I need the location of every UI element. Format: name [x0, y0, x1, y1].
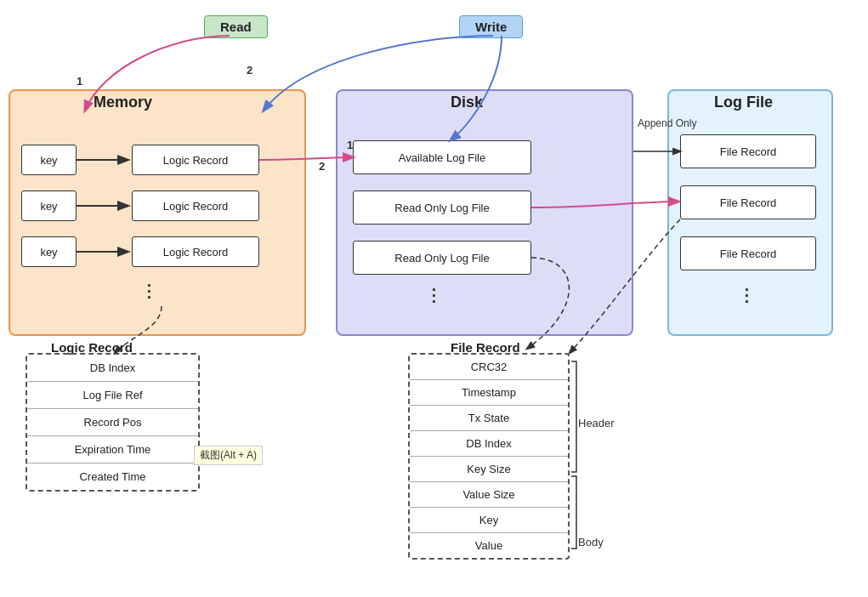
body-label: Body: [578, 536, 604, 549]
lf-fr2: File Record: [680, 185, 816, 219]
file-record-detail: CRC32 Timestamp Tx State DB Index Key Si…: [408, 353, 570, 560]
mem-key-1: key: [21, 145, 77, 175]
lr-row-1: Log File Ref: [27, 382, 198, 409]
svg-text:2: 2: [319, 160, 325, 173]
disk-dots: ⋮: [425, 285, 442, 305]
mem-lr-1: Logic Record: [132, 145, 259, 175]
lr-row-3: Expiration Time: [27, 436, 198, 463]
screenshot-tooltip: 截图(Alt + A): [194, 446, 263, 465]
read-label: Read: [204, 15, 268, 38]
disk-ro1: Read Only Log File: [353, 190, 531, 225]
append-only-label: Append Only: [638, 117, 696, 129]
fr-row-4: Key Size: [410, 457, 568, 482]
lf-fr3: File Record: [680, 236, 816, 270]
logfile-dots: ⋮: [738, 285, 755, 305]
mem-key-3: key: [21, 236, 77, 267]
mem-lr-2: Logic Record: [132, 190, 259, 221]
header-label: Header: [578, 417, 615, 429]
logic-record-detail: DB Index Log File Ref Record Pos Expirat…: [26, 353, 200, 492]
fr-row-7: Value: [410, 533, 568, 558]
write-label: Write: [459, 15, 523, 38]
lr-row-0: DB Index: [27, 355, 198, 382]
logfile-title: Log File: [714, 94, 773, 111]
mem-key-2: key: [21, 190, 77, 221]
fr-row-5: Value Size: [410, 482, 568, 508]
lf-fr1: File Record: [680, 134, 816, 168]
fr-row-3: DB Index: [410, 431, 568, 457]
memory-title: Memory: [94, 94, 152, 111]
disk-title: Disk: [451, 94, 483, 111]
lr-row-2: Record Pos: [27, 409, 198, 436]
svg-text:2: 2: [247, 64, 252, 77]
svg-text:1: 1: [77, 75, 82, 88]
fr-row-1: Timestamp: [410, 380, 568, 406]
disk-ro2: Read Only Log File: [353, 241, 531, 275]
fr-row-0: CRC32: [410, 355, 568, 380]
lr-row-4: Created Time: [27, 463, 198, 490]
fr-row-2: Tx State: [410, 406, 568, 431]
fr-row-6: Key: [410, 508, 568, 533]
disk-avail: Available Log File: [353, 140, 531, 174]
mem-lr-3: Logic Record: [132, 236, 259, 267]
memory-dots: ⋮: [140, 281, 157, 301]
